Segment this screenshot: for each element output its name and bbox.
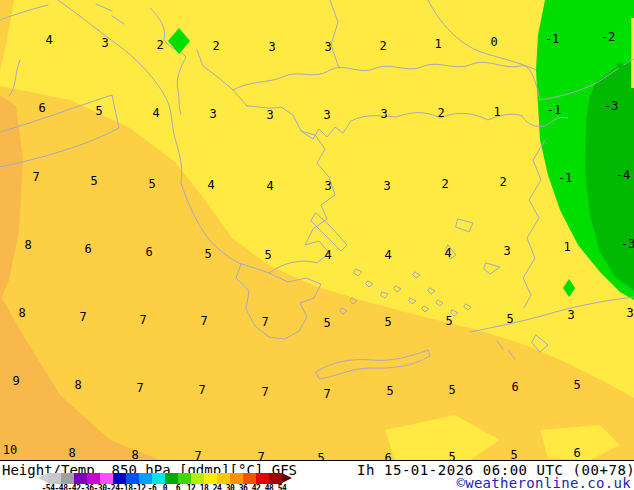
colorbar-segment: [48, 473, 61, 484]
temp-value-label: 6: [573, 446, 580, 460]
temp-value-label: 7: [261, 385, 268, 399]
temp-value-label: 3: [503, 244, 510, 258]
temp-value-label: 7: [198, 383, 205, 397]
temp-value-label: 3: [324, 40, 331, 54]
temp-value-label: 8: [74, 378, 81, 392]
temp-value-label: 2: [437, 106, 444, 120]
temp-value-label: 4: [45, 33, 52, 47]
temp-value-label: 3: [567, 308, 574, 322]
colorbar-tick-label: -24: [107, 484, 120, 490]
colorbar-segment: [139, 473, 152, 484]
temp-value-label: 1: [434, 37, 441, 51]
colorbar-tick-label: -54: [42, 484, 55, 490]
colorbar-segment: [191, 473, 204, 484]
temp-value-label: 6: [145, 245, 152, 259]
colorbar-tick-label: -48: [55, 484, 68, 490]
temp-value-label: 6: [38, 101, 45, 115]
colorbar-tick-label: 54: [278, 484, 287, 490]
temp-value-label: 1: [493, 105, 500, 119]
temp-value-label: -2: [601, 30, 615, 44]
temp-value-label: 5: [90, 174, 97, 188]
temp-value-label: 3: [268, 40, 275, 54]
temp-value-label: 7: [32, 170, 39, 184]
temp-value-label: 3: [380, 107, 387, 121]
copyright-link[interactable]: ©weatheronline.co.uk: [456, 475, 631, 490]
temp-value-label: 7: [139, 313, 146, 327]
colorbar-segment: [230, 473, 243, 484]
temp-value-label: 5: [386, 384, 393, 398]
green-diamond-marker-small: [563, 279, 575, 297]
weather-map-screenshot: 432233210-1-2654333321-1-3755443322-1-48…: [0, 0, 634, 490]
temp-value-label: 4: [444, 246, 451, 260]
colorbar-tick-label: -6: [148, 484, 157, 490]
weather-map: 432233210-1-2654333321-1-3755443322-1-48…: [0, 0, 634, 460]
temp-value-label: 3: [383, 179, 390, 193]
colorbar-tick-label: 48: [265, 484, 274, 490]
temp-value-label: 5: [448, 450, 455, 460]
colorbar-segment: [113, 473, 126, 484]
temp-value-label: 9: [12, 374, 19, 388]
map-footer: Height/Temp. 850 hPa [gdmp][°C] GFS -54-…: [0, 460, 634, 490]
colorbar-tick-label: -30: [94, 484, 107, 490]
temp-value-label: 3: [323, 108, 330, 122]
colorbar-tick-label: 30: [226, 484, 235, 490]
temp-value-label: 7: [257, 450, 264, 460]
temp-value-label: 8: [131, 448, 138, 460]
temp-value-label: 5: [95, 104, 102, 118]
green-diamond-marker-large: [168, 28, 190, 54]
temp-value-label: 4: [266, 179, 273, 193]
value-layer: 432233210-1-2654333321-1-3755443322-1-48…: [0, 0, 634, 460]
temp-value-label: 10: [3, 443, 17, 457]
colorbar-tick-label: 18: [200, 484, 209, 490]
temp-value-label: 5: [317, 451, 324, 460]
temp-value-label: -3: [621, 237, 634, 251]
temp-value-label: 7: [323, 387, 330, 401]
colorbar-segment: [87, 473, 100, 484]
colorbar-segments: [48, 473, 282, 484]
temp-value-label: 5: [573, 378, 580, 392]
temp-value-label: 2: [499, 175, 506, 189]
temp-value-label: 5: [148, 177, 155, 191]
temp-value-label: 3: [324, 179, 331, 193]
temp-value-label: 7: [79, 310, 86, 324]
temp-value-label: 8: [68, 446, 75, 460]
temp-value-label: 2: [379, 39, 386, 53]
temp-value-label: 7: [200, 314, 207, 328]
temp-value-label: 3: [266, 108, 273, 122]
temp-value-label: 5: [448, 383, 455, 397]
temp-value-label: 5: [384, 315, 391, 329]
temp-value-label: 7: [261, 315, 268, 329]
colorbar-segment: [152, 473, 165, 484]
colorbar-segment: [61, 473, 74, 484]
temp-value-label: 4: [207, 178, 214, 192]
colorbar-tick-label: -18: [120, 484, 133, 490]
temp-value-label: 5: [264, 248, 271, 262]
colorbar-tick-label: -36: [81, 484, 94, 490]
colorbar-tick-label: 42: [252, 484, 261, 490]
temp-value-label: 4: [152, 106, 159, 120]
temp-value-label: 8: [18, 306, 25, 320]
colorbar-segment: [165, 473, 178, 484]
colorbar-tick-label: 36: [239, 484, 248, 490]
temp-value-label: 4: [384, 248, 391, 262]
colorbar-segment: [217, 473, 230, 484]
colorbar-left-arrow: [38, 473, 48, 483]
colorbar-segment: [100, 473, 113, 484]
colorbar-tick-label: -42: [68, 484, 81, 490]
temp-value-label: 2: [212, 39, 219, 53]
colorbar-segment: [178, 473, 191, 484]
temp-value-label: -4: [616, 168, 630, 182]
colorbar-tick-label: 6: [176, 484, 180, 490]
colorbar-tick-label: -12: [133, 484, 146, 490]
temp-value-label: 6: [511, 380, 518, 394]
temp-value-label: 3: [101, 36, 108, 50]
temp-value-label: 6: [384, 451, 391, 460]
colorbar-segment: [126, 473, 139, 484]
colorbar-tick-label: 24: [213, 484, 222, 490]
temp-value-label: 0: [490, 35, 497, 49]
temp-value-label: 3: [209, 107, 216, 121]
temp-value-label: -1: [547, 103, 561, 117]
colorbar-segment: [74, 473, 87, 484]
colorbar-tick-label: 0: [163, 484, 167, 490]
temp-value-label: -3: [604, 99, 618, 113]
